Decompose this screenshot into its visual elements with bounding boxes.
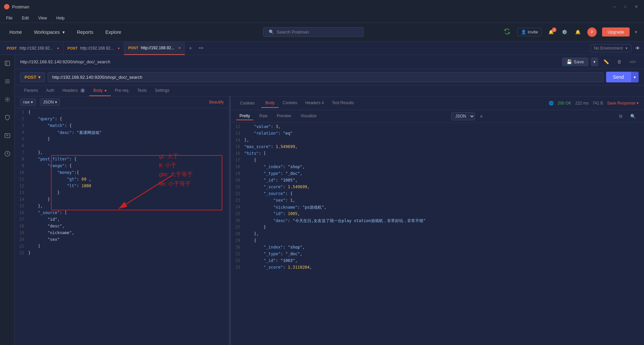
- minimize-button[interactable]: ─: [611, 4, 618, 10]
- line-content: "nickname": "ps游戏机",: [244, 204, 644, 211]
- resp-format-raw[interactable]: Raw: [256, 112, 271, 120]
- resp-headers-badge: 4: [322, 100, 324, 105]
- sync-icon[interactable]: [502, 27, 512, 37]
- menu-edit[interactable]: Edit: [20, 15, 31, 21]
- code-editor[interactable]: 1{2 "query": {3 "match": {4 "desc": "慕课网…: [15, 108, 229, 345]
- nav-home[interactable]: Home: [7, 28, 24, 36]
- title-bar-left: Postman: [4, 4, 29, 9]
- tab-tests[interactable]: Tests: [133, 85, 151, 96]
- resp-tab-cookies[interactable]: Cookies: [279, 98, 301, 108]
- resp-format-preview[interactable]: Preview: [273, 112, 294, 120]
- url-input[interactable]: [48, 72, 603, 82]
- code-line: 17 "id",: [15, 217, 229, 223]
- menu-view[interactable]: View: [36, 15, 49, 21]
- menu-help[interactable]: Help: [54, 15, 67, 21]
- nav-workspaces[interactable]: Workspaces ▾: [31, 28, 67, 36]
- body-format-select[interactable]: JSON ▾: [40, 98, 60, 106]
- beautify-button[interactable]: Beautify: [209, 100, 224, 105]
- tab-params[interactable]: Params: [20, 85, 42, 96]
- add-tab-button[interactable]: +: [185, 45, 196, 51]
- tab-method-2: POST: [67, 46, 77, 50]
- upgrade-dropdown-icon[interactable]: ▾: [635, 29, 637, 34]
- env-dropdown[interactable]: No Environment ▾: [590, 44, 631, 52]
- body-type-select[interactable]: raw ▾: [20, 98, 36, 106]
- response-line: 26 "desc": "今天生日,女友送了我一台play station游戏机，…: [231, 218, 644, 224]
- maximize-button[interactable]: □: [622, 4, 629, 10]
- tab-auth[interactable]: Auth: [42, 85, 58, 96]
- format-select[interactable]: JSON: [451, 112, 475, 120]
- window-controls[interactable]: ─ □ ✕: [611, 4, 640, 10]
- code-line: 14 }: [15, 197, 229, 203]
- search-placeholder: Search Postman: [277, 29, 309, 34]
- nav-reports[interactable]: Reports: [74, 28, 96, 36]
- line-content: "hits": [: [244, 151, 644, 157]
- tab-close-3[interactable]: ●: [178, 46, 180, 50]
- line-content: "range": {: [28, 163, 229, 170]
- response-line: 15"max_score": 1.549699,: [231, 144, 644, 151]
- user-icon: 👤: [521, 29, 526, 34]
- request-tabs: Params Auth Headers 8 Body ● Pre-req. Te…: [15, 85, 644, 96]
- code-line: 19 "nickname",: [15, 230, 229, 237]
- chevron-down-icon: ▾: [55, 100, 57, 105]
- response-meta: 🌐 200 OK 222 ms 741 B Save Response ▾: [549, 101, 639, 106]
- alerts-icon[interactable]: 🔔: [574, 28, 582, 36]
- resp-search-icon[interactable]: 🔍: [628, 112, 639, 120]
- nav-right: 👤 Invite 🔔 1 ⚙️ 🔔 P Upgrade ▾: [502, 27, 637, 37]
- tab-prereq[interactable]: Pre-req.: [111, 85, 133, 96]
- invite-button[interactable]: 👤 Invite: [517, 28, 542, 36]
- resp-tab-test-results[interactable]: Test Results: [328, 98, 358, 108]
- resp-copy-icon[interactable]: ⧉: [616, 112, 625, 120]
- more-tabs-button[interactable]: •••: [196, 46, 206, 51]
- app-title: Postman: [12, 4, 29, 9]
- resp-filter-icon[interactable]: ≡: [478, 112, 486, 120]
- response-line: 28 },: [231, 231, 644, 238]
- response-line: 24 "nickname": "ps游戏机",: [231, 204, 644, 211]
- method-select[interactable]: POST ▾: [20, 72, 45, 82]
- tab-body[interactable]: Body ●: [89, 85, 111, 96]
- settings-icon[interactable]: ⚙️: [560, 28, 569, 36]
- nav-explore[interactable]: Explore: [103, 28, 124, 36]
- send-dropdown-button[interactable]: ▾: [631, 72, 639, 82]
- save-response-button[interactable]: Save Response ▾: [607, 101, 639, 106]
- tab-close-2[interactable]: ●: [118, 46, 120, 50]
- save-dropdown-button[interactable]: ▾: [591, 58, 598, 66]
- user-avatar[interactable]: P: [587, 27, 597, 37]
- sidebar-api-icon[interactable]: [2, 94, 13, 107]
- send-button[interactable]: Send: [606, 72, 631, 82]
- tab-settings[interactable]: Settings: [151, 85, 173, 96]
- response-line: 31 "_type": "_doc",: [231, 251, 644, 258]
- tab-3[interactable]: POST http://192.168.92... ●: [124, 42, 185, 55]
- response-cookies-tab[interactable]: Cookies: [236, 99, 259, 108]
- line-content: "relation": "eq": [244, 131, 644, 137]
- sidebar-history-icon[interactable]: [2, 148, 13, 161]
- resp-tab-headers[interactable]: Headers 4: [301, 98, 328, 108]
- line-number: 11: [15, 177, 28, 183]
- response-body[interactable]: 12 "value": 3,13 "relation": "eq"14},15"…: [231, 123, 644, 345]
- tab-2[interactable]: POST http://192.168.92... ●: [63, 42, 124, 55]
- sidebar-environments-icon[interactable]: [2, 112, 13, 125]
- resp-tab-body[interactable]: Body: [261, 98, 278, 108]
- menu-file[interactable]: File: [4, 15, 14, 21]
- notification-bell-icon[interactable]: 🔔 1: [547, 28, 555, 36]
- content-area: http://192.168.92.140:9200/shop/_doc/_se…: [15, 55, 644, 345]
- sidebar-collections-icon[interactable]: [2, 76, 13, 88]
- eye-icon[interactable]: 👁: [634, 44, 641, 52]
- tab-1[interactable]: POST http://192.168.92... ●: [3, 42, 63, 55]
- resp-format-pretty[interactable]: Pretty: [236, 112, 253, 120]
- resp-format-visualize[interactable]: Visualize: [297, 112, 320, 120]
- search-bar[interactable]: 🔍 Search Postman: [263, 27, 364, 37]
- response-line: 13 "relation": "eq": [231, 131, 644, 137]
- edit-icon[interactable]: ✏️: [601, 58, 612, 66]
- line-content: },: [244, 231, 644, 238]
- code-line: 2 "query": {: [15, 116, 229, 123]
- tab-close-1[interactable]: ●: [57, 46, 59, 50]
- line-number: 30: [231, 245, 244, 251]
- save-button[interactable]: 💾 Save: [562, 58, 588, 66]
- sidebar-mock-icon[interactable]: [2, 130, 13, 143]
- sidebar-new-icon[interactable]: [2, 58, 13, 70]
- delete-icon[interactable]: 🗑: [614, 58, 624, 66]
- close-button[interactable]: ✕: [633, 4, 640, 10]
- tab-headers[interactable]: Headers 8: [58, 85, 89, 96]
- code-icon[interactable]: </>: [627, 58, 639, 66]
- upgrade-button[interactable]: Upgrade: [602, 27, 630, 37]
